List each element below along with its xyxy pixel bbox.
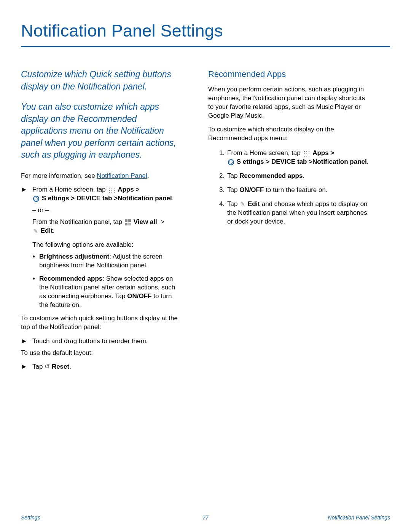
footer-page-number: 77 xyxy=(202,514,209,521)
step-from-panel: From the Notification panel, tap View al… xyxy=(32,218,185,235)
recommended-steps: From a Home screen, tap Apps > S ettings… xyxy=(226,149,372,226)
opt2-label: Recommended apps xyxy=(39,275,102,282)
edit-label: Edit xyxy=(41,227,53,234)
tap-prefix: Tap xyxy=(32,363,45,370)
gt2: > xyxy=(157,218,164,225)
options-intro: The following options are available: xyxy=(32,241,185,249)
more-info-prefix: For more information, see xyxy=(21,172,97,179)
settings-label: S ettings xyxy=(42,195,69,202)
triangle-bullet-icon: ► xyxy=(21,185,29,203)
drag-text: Touch and drag buttons to reorder them. xyxy=(32,337,185,346)
onoff-2: ON/OFF xyxy=(239,186,264,193)
options-list: Brightness adjustment: Adjust the screen… xyxy=(39,252,185,310)
settings-gear-icon-2 xyxy=(228,159,234,165)
reset-arrow-icon: ↻ xyxy=(45,363,50,371)
edit-pencil-icon-2: ✎ xyxy=(240,200,245,208)
period6: . xyxy=(303,172,304,179)
apps-grid-icon-2 xyxy=(303,150,310,157)
from-panel-prefix: From the Notification panel, tap xyxy=(32,218,124,225)
gt3: > xyxy=(329,149,335,157)
rec-step-4: Tap ✎ Edit and choose which apps to disp… xyxy=(226,200,372,226)
column-left: Customize which Quick setting buttons di… xyxy=(21,69,185,374)
view-all-grid-icon xyxy=(125,219,131,225)
intro-para-2: You can also customize which apps displa… xyxy=(21,101,185,161)
device-tab-path: > DEVICE tab >Notification panel xyxy=(69,195,172,202)
li2b: Recommended apps xyxy=(239,172,303,179)
edit-pencil-icon: ✎ xyxy=(33,227,38,235)
step-from-home: ► From a Home screen, tap Apps > S ettin… xyxy=(21,185,185,203)
rec-para-1: When you perform certain actions, such a… xyxy=(208,85,372,120)
or-separator: – or – xyxy=(32,206,185,215)
content-columns: Customize which Quick setting buttons di… xyxy=(21,69,390,374)
rec-step-3: Tap ON/OFF to turn the feature on. xyxy=(226,186,372,195)
option-brightness: Brightness adjustment: Adjust the screen… xyxy=(39,252,185,270)
customize-quick-para: To customize which quick setting buttons… xyxy=(21,314,185,332)
from-home-prefix: From a Home screen, tap xyxy=(32,186,107,193)
period4: . xyxy=(69,363,71,370)
period5: . xyxy=(367,158,369,165)
notification-panel-link[interactable]: Notification Panel xyxy=(97,172,147,179)
default-layout-para: To use the default layout: xyxy=(21,349,185,358)
more-info-line: For more information, see Notification P… xyxy=(21,172,185,181)
footer-right: Notification Panel Settings xyxy=(328,514,390,521)
opt1-label: Brightness adjustment xyxy=(39,253,109,260)
onoff-1: ON/OFF xyxy=(127,292,151,300)
rec1-prefix: From a Home screen, tap xyxy=(227,149,302,157)
page-footer: Settings 77 Notification Panel Settings xyxy=(0,514,411,521)
edit-label-2: Edit xyxy=(248,200,260,208)
step-reset: ► Tap ↻ Reset. xyxy=(21,363,185,371)
title-rule xyxy=(21,46,390,47)
triangle-bullet-icon-2: ► xyxy=(21,337,29,346)
option-recommended-apps: Recommended apps: Show selected apps on … xyxy=(39,275,185,310)
period2: . xyxy=(172,195,174,202)
li2a: Tap xyxy=(227,172,239,179)
page-title: Notification Panel Settings xyxy=(21,21,390,41)
apps-label-2: Apps xyxy=(312,149,329,157)
li3b: to turn the feature on. xyxy=(264,186,327,193)
view-all-label: View all xyxy=(134,218,157,225)
reset-label: Reset xyxy=(52,363,69,370)
period: . xyxy=(147,172,149,179)
apps-grid-icon xyxy=(108,187,115,193)
intro-para-1: Customize which Quick setting buttons di… xyxy=(21,69,185,93)
device-tab-path-2: > DEVICE tab >Notification panel xyxy=(264,158,367,165)
rec-step-2: Tap Recommended apps. xyxy=(226,172,372,181)
footer-left: Settings xyxy=(21,514,40,521)
li3a: Tap xyxy=(227,186,239,193)
rec-para-2: To customize which shortcuts display on … xyxy=(208,125,372,143)
gt1: > xyxy=(134,186,140,193)
recommended-apps-heading: Recommended Apps xyxy=(208,69,372,80)
period3: . xyxy=(53,227,55,234)
settings-label-2: S ettings xyxy=(237,158,264,165)
rec-step-1: From a Home screen, tap Apps > S ettings… xyxy=(226,149,372,166)
settings-gear-icon xyxy=(33,196,39,202)
column-right: Recommended Apps When you perform certai… xyxy=(208,69,372,374)
step-drag: ► Touch and drag buttons to reorder them… xyxy=(21,337,185,346)
triangle-bullet-icon-3: ► xyxy=(21,363,29,371)
apps-label: Apps xyxy=(118,186,134,193)
li4a: Tap xyxy=(227,200,239,208)
